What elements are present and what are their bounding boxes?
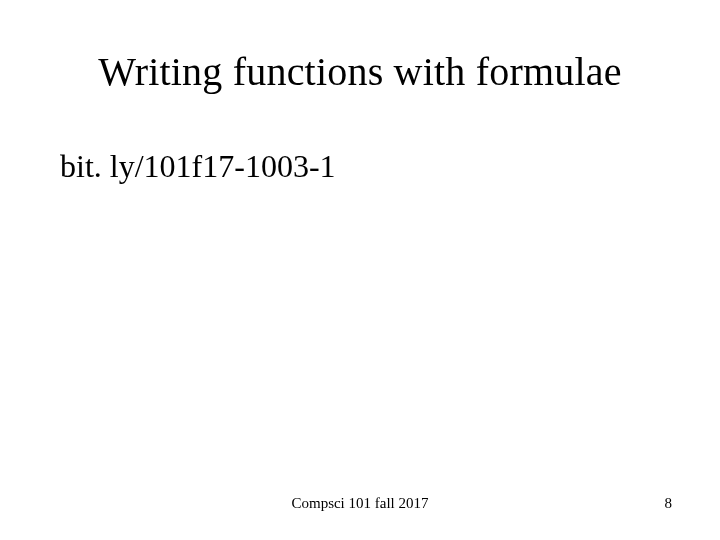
- slide: Writing functions with formulae bit. ly/…: [0, 0, 720, 540]
- page-number: 8: [665, 495, 673, 512]
- slide-title: Writing functions with formulae: [0, 48, 720, 95]
- slide-body-link: bit. ly/101f17-1003-1: [60, 148, 336, 185]
- footer-course-label: Compsci 101 fall 2017: [0, 495, 720, 512]
